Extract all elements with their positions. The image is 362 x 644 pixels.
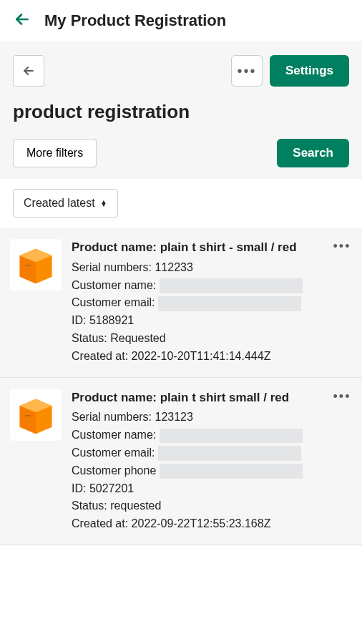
registration-item[interactable]: Product name: plain t shirt small / red … (0, 378, 362, 545)
svg-rect-9 (25, 415, 30, 416)
sort-label: Created latest (24, 197, 95, 210)
app-title: My Product Registration (44, 11, 226, 30)
search-button[interactable]: Search (277, 139, 349, 167)
dots-horizontal-icon: ••• (237, 64, 256, 78)
product-name: Product name: plain t shirt small / red (72, 389, 322, 406)
registration-item[interactable]: Product name: plain t shirt - small / re… (0, 228, 362, 378)
sort-area: Created latest ▲▼ (0, 179, 362, 228)
app-header: My Product Registration (0, 0, 362, 42)
product-thumbnail (10, 239, 62, 291)
more-actions-button[interactable]: ••• (231, 55, 263, 87)
package-icon (16, 245, 56, 285)
serial-numbers: Serial numbers: 112233 (72, 259, 322, 277)
item-more-button[interactable]: ••• (332, 239, 352, 254)
customer-phone-label: Customer phone (72, 464, 156, 477)
customer-email-redacted (158, 446, 301, 461)
more-filters-button[interactable]: More filters (13, 139, 97, 167)
page-back-button[interactable] (13, 55, 44, 87)
customer-name-label: Customer name: (72, 279, 156, 291)
item-more-button[interactable]: ••• (332, 389, 352, 404)
item-details: Serial numbers: 112233 Customer name: Cu… (72, 259, 322, 366)
page-title: product registration (13, 101, 349, 123)
customer-phone-redacted (160, 464, 303, 479)
customer-email-redacted (158, 296, 301, 311)
svg-rect-4 (25, 265, 30, 266)
settings-button[interactable]: Settings (270, 55, 349, 87)
toolbar-area: ••• Settings product registration More f… (0, 42, 362, 179)
customer-email-label: Customer email: (72, 296, 155, 308)
item-status: Status: Requested (72, 330, 322, 348)
item-details: Serial numbers: 123123 Customer name: Cu… (72, 409, 322, 533)
sort-arrows-icon: ▲▼ (101, 200, 107, 207)
item-created-at: Created at: 2022-10-20T11:41:14.444Z (72, 348, 322, 366)
item-id: ID: 5188921 (72, 312, 322, 330)
serial-numbers: Serial numbers: 123123 (72, 409, 322, 426)
back-arrow-icon[interactable] (13, 10, 31, 31)
customer-name-redacted (160, 429, 303, 444)
sort-select[interactable]: Created latest ▲▼ (13, 189, 118, 218)
package-icon (16, 395, 56, 435)
product-name: Product name: plain t shirt - small / re… (72, 239, 322, 256)
item-status: Status: requested (72, 497, 322, 515)
item-created-at: Created at: 2022-09-22T12:55:23.168Z (72, 515, 322, 533)
customer-email-label: Customer email: (72, 447, 155, 459)
product-thumbnail (10, 389, 62, 441)
registration-list: Product name: plain t shirt - small / re… (0, 228, 362, 545)
customer-name-redacted (160, 278, 303, 293)
item-id: ID: 5027201 (72, 480, 322, 498)
customer-name-label: Customer name: (72, 429, 156, 441)
